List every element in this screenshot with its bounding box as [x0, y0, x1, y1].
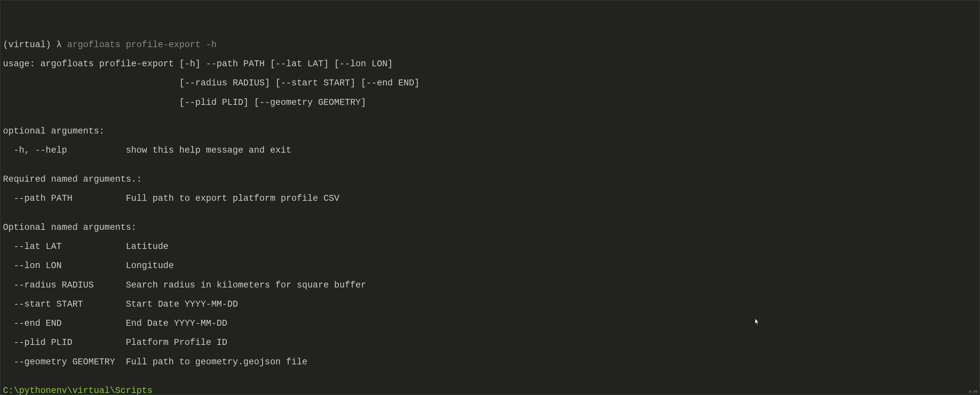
arg-geometry: --geometry GEOMETRY Full path to geometr… [3, 357, 977, 367]
usage-line-1: usage: argofloats profile-export [-h] --… [3, 59, 977, 69]
arg-lon: --lon LON Longitude [3, 261, 977, 271]
status-bar-time: 0:00 [967, 389, 980, 395]
venv-indicator: (virtual) [3, 40, 56, 50]
arg-radius: --radius RADIUS Search radius in kilomet… [3, 280, 977, 290]
usage-line-3: [--plid PLID] [--geometry GEOMETRY] [3, 98, 977, 107]
usage-line-2: [--radius RADIUS] [--start START] [--end… [3, 78, 977, 88]
arg-end: --end END End Date YYYY-MM-DD [3, 319, 977, 328]
optional-named-args-header: Optional named arguments: [3, 223, 977, 233]
prompt-symbol: λ [56, 40, 67, 50]
prompt-line-1: (virtual) λ argofloats profile-export -h [3, 40, 977, 50]
arg-path: --path PATH Full path to export platform… [3, 194, 977, 204]
arg-lat: --lat LAT Latitude [3, 242, 977, 252]
arg-plid: --plid PLID Platform Profile ID [3, 338, 977, 347]
optional-args-header: optional arguments: [3, 127, 977, 136]
required-args-header: Required named arguments.: [3, 175, 977, 184]
arg-help: -h, --help show this help message and ex… [3, 146, 977, 155]
current-working-directory: C:\pythonenv\virtual\Scripts [3, 386, 977, 395]
entered-command: argofloats profile-export -h [67, 40, 216, 50]
arg-start: --start START Start Date YYYY-MM-DD [3, 300, 977, 309]
